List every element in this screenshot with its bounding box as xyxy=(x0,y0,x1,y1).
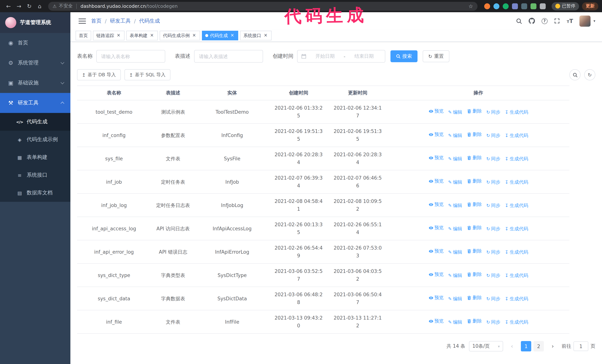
breadcrumb-item[interactable]: 研发工具 xyxy=(110,18,130,24)
action-delete-link[interactable]: 删除 xyxy=(467,202,482,208)
action-generate-link[interactable]: ↧生成代码 xyxy=(505,249,528,256)
action-generate-link[interactable]: ↧生成代码 xyxy=(505,272,528,279)
action-delete-link[interactable]: 删除 xyxy=(467,318,482,324)
goto-page-input[interactable] xyxy=(573,341,588,351)
sidebar-item-infra[interactable]: ▣基础设施 xyxy=(0,73,70,93)
tab-tracing[interactable]: 链路追踪× xyxy=(93,31,124,40)
user-avatar[interactable] xyxy=(580,15,591,26)
action-preview-link[interactable]: 预览 xyxy=(429,108,444,114)
page-button-2[interactable]: 2 xyxy=(533,341,544,351)
action-sync-link[interactable]: ↻同步 xyxy=(486,109,500,115)
sidebar-item-devtools[interactable]: ⚒研发工具 xyxy=(0,93,70,113)
tab-system-api[interactable]: 系统接口× xyxy=(240,31,271,40)
import-sql-button[interactable]: ↥ 基于 SQL 导入 xyxy=(124,69,170,80)
action-preview-link[interactable]: 预览 xyxy=(429,295,444,301)
action-generate-link[interactable]: ↧生成代码 xyxy=(505,109,528,115)
action-preview-link[interactable]: 预览 xyxy=(429,272,444,278)
action-generate-link[interactable]: ↧生成代码 xyxy=(505,296,528,302)
action-generate-link[interactable]: ↧生成代码 xyxy=(505,203,528,209)
table-name-input[interactable] xyxy=(96,50,165,62)
tab-close-icon[interactable]: × xyxy=(149,33,154,38)
action-generate-link[interactable]: ↧生成代码 xyxy=(505,319,528,325)
action-edit-link[interactable]: ✎编辑 xyxy=(448,226,462,232)
tab-codegen[interactable]: 代码生成× xyxy=(202,31,238,40)
toggle-search-button[interactable] xyxy=(570,69,580,80)
tab-close-icon[interactable]: × xyxy=(263,33,268,38)
action-edit-link[interactable]: ✎编辑 xyxy=(448,249,462,256)
action-delete-link[interactable]: 删除 xyxy=(467,295,482,301)
refresh-button[interactable]: ↻ xyxy=(584,69,595,80)
tab-home[interactable]: 首页 xyxy=(75,31,91,40)
tab-close-icon[interactable]: × xyxy=(192,33,197,38)
action-preview-link[interactable]: 预览 xyxy=(429,178,444,185)
extension-icon[interactable] xyxy=(484,3,490,9)
action-edit-link[interactable]: ✎编辑 xyxy=(448,296,462,302)
action-generate-link[interactable]: ↧生成代码 xyxy=(505,179,528,186)
action-sync-link[interactable]: ↻同步 xyxy=(486,272,500,279)
import-db-button[interactable]: ↥ 基于 DB 导入 xyxy=(77,69,121,80)
date-range-picker[interactable]: 开始日期 - 结束日期 xyxy=(297,50,385,62)
tab-form-builder[interactable]: 表单构建× xyxy=(126,31,158,40)
action-edit-link[interactable]: ✎编辑 xyxy=(448,272,462,279)
action-delete-link[interactable]: 删除 xyxy=(467,108,482,114)
action-edit-link[interactable]: ✎编辑 xyxy=(448,203,462,209)
action-sync-link[interactable]: ↻同步 xyxy=(486,319,500,325)
browser-home-icon[interactable]: ⌂ xyxy=(35,3,44,10)
github-icon[interactable] xyxy=(529,18,535,24)
action-sync-link[interactable]: ↻同步 xyxy=(486,249,500,256)
prev-page-button[interactable]: ‹ xyxy=(507,341,517,351)
tab-codegen-example[interactable]: 代码生成示例× xyxy=(160,31,200,40)
forward-icon[interactable]: → xyxy=(14,3,24,10)
action-sync-link[interactable]: ↻同步 xyxy=(486,179,500,186)
tab-close-icon[interactable]: × xyxy=(116,33,121,38)
bookmark-star-icon[interactable]: ☆ xyxy=(468,3,473,9)
collapse-sidebar-icon[interactable] xyxy=(78,18,86,23)
action-preview-link[interactable]: 预览 xyxy=(429,202,444,208)
action-edit-link[interactable]: ✎编辑 xyxy=(448,319,462,325)
action-delete-link[interactable]: 删除 xyxy=(467,272,482,278)
extension-icon[interactable] xyxy=(494,3,499,9)
tab-close-icon[interactable]: × xyxy=(230,33,235,38)
action-delete-link[interactable]: 删除 xyxy=(467,178,482,185)
action-generate-link[interactable]: ↧生成代码 xyxy=(505,156,528,162)
action-delete-link[interactable]: 删除 xyxy=(467,225,482,231)
sidebar-item-db-doc[interactable]: ▤数据库文档 xyxy=(0,184,70,202)
action-preview-link[interactable]: 预览 xyxy=(429,155,444,161)
update-button[interactable]: 更新 xyxy=(582,2,598,10)
action-delete-link[interactable]: 删除 xyxy=(467,248,482,255)
page-size-select[interactable]: 10条/页 ▾ xyxy=(469,341,503,351)
puzzle-extension-icon[interactable] xyxy=(540,3,546,9)
reset-button[interactable]: ↻ 重置 xyxy=(423,50,449,62)
action-delete-link[interactable]: 删除 xyxy=(467,132,482,138)
action-sync-link[interactable]: ↻同步 xyxy=(486,226,500,232)
sidebar-item-system[interactable]: ⚙系统管理 xyxy=(0,53,70,73)
action-sync-link[interactable]: ↻同步 xyxy=(486,203,500,209)
sidebar-item-system-api[interactable]: ≡系统接口 xyxy=(0,166,70,184)
action-sync-link[interactable]: ↻同步 xyxy=(486,133,500,139)
table-desc-input[interactable] xyxy=(194,50,263,62)
breadcrumb-item[interactable]: 首页 xyxy=(91,18,101,24)
search-icon[interactable] xyxy=(516,18,522,24)
next-page-button[interactable]: › xyxy=(548,341,558,351)
font-size-icon[interactable]: TT xyxy=(567,18,573,24)
action-edit-link[interactable]: ✎编辑 xyxy=(448,156,462,162)
help-icon[interactable]: ? xyxy=(542,18,548,24)
action-preview-link[interactable]: 预览 xyxy=(429,318,444,324)
sidebar-item-codegen-example[interactable]: ◈代码生成示例 xyxy=(0,131,70,148)
action-sync-link[interactable]: ↻同步 xyxy=(486,296,500,302)
extension-icon[interactable] xyxy=(521,3,527,9)
action-generate-link[interactable]: ↧生成代码 xyxy=(505,226,528,232)
search-button[interactable]: 搜索 xyxy=(390,50,418,62)
sidebar-item-form-builder[interactable]: ▦表单构建 xyxy=(0,148,70,166)
extension-icon[interactable] xyxy=(512,3,518,9)
action-edit-link[interactable]: ✎编辑 xyxy=(448,133,462,139)
action-generate-link[interactable]: ↧生成代码 xyxy=(505,133,528,139)
logo[interactable]: 芋道管理系统 xyxy=(0,12,70,33)
fullscreen-icon[interactable] xyxy=(554,18,560,24)
action-edit-link[interactable]: ✎编辑 xyxy=(448,179,462,186)
sidebar-item-home[interactable]: ◉首页 xyxy=(0,33,70,53)
sidebar-item-codegen[interactable]: </>代码生成 xyxy=(0,113,70,131)
breadcrumb-item[interactable]: 代码生成 xyxy=(139,18,160,24)
action-delete-link[interactable]: 删除 xyxy=(467,155,482,161)
action-preview-link[interactable]: 预览 xyxy=(429,225,444,231)
